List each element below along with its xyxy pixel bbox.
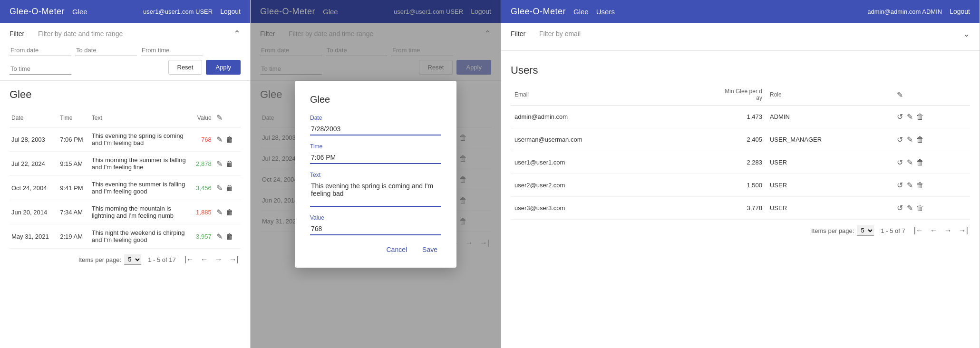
delete-row-icon[interactable]: 🗑	[225, 159, 234, 169]
reset-user-icon[interactable]: ↺	[896, 180, 904, 191]
modal-value-input[interactable]	[310, 223, 441, 235]
edit-user-icon[interactable]: ✎	[906, 157, 914, 168]
page-first-1[interactable]: |←	[183, 254, 196, 265]
filter-toggle-1[interactable]: ⌃	[233, 29, 241, 39]
from-time-input-1[interactable]	[141, 45, 203, 56]
cell-text: This evening the summer is falling and I…	[90, 176, 191, 200]
user-min-glee: 3,778	[670, 197, 766, 220]
table-row: Jul 28, 2003 7:06 PM This evening the sp…	[10, 127, 241, 152]
modal-text-field: Text This evening the spring is coming a…	[310, 172, 441, 207]
reset-user-icon[interactable]: ↺	[896, 157, 904, 168]
delete-user-icon[interactable]: 🗑	[915, 135, 925, 145]
edit-row-icon[interactable]: ✎	[215, 207, 223, 218]
from-date-input-1[interactable]	[10, 45, 71, 56]
edit-user-icon[interactable]: ✎	[906, 134, 914, 145]
users-title: Users	[511, 64, 970, 77]
edit-row-icon[interactable]: ✎	[215, 231, 223, 242]
user-row: user2@user2.com 1,500 USER ↺ ✎ 🗑	[511, 174, 970, 197]
delete-user-icon[interactable]: 🗑	[915, 180, 925, 191]
items-per-page-select-1[interactable]: 5	[124, 254, 141, 265]
page-last-3[interactable]: →|	[957, 225, 970, 236]
page-first-3[interactable]: |←	[912, 225, 925, 236]
delete-user-icon[interactable]: 🗑	[915, 112, 925, 122]
user-email: user1@user1.com	[511, 151, 670, 174]
filter-label-1: Filter	[10, 30, 38, 38]
to-time-input-1[interactable]	[10, 63, 71, 75]
delete-row-icon[interactable]: 🗑	[225, 135, 234, 145]
modal-overlay: Glee Date Time Text This evening the spr…	[251, 0, 501, 348]
modal-time-field: Time	[310, 143, 441, 164]
edit-user-icon[interactable]: ✎	[906, 180, 914, 191]
delete-row-icon[interactable]: 🗑	[225, 183, 234, 193]
user-role: ADMIN	[766, 106, 892, 128]
modal-time-input[interactable]	[310, 152, 441, 164]
user-email: user3@user3.com	[511, 197, 670, 220]
page-prev-1[interactable]: ←	[199, 254, 210, 265]
user-role: USER	[766, 151, 892, 174]
cell-date: Jun 20, 2014	[10, 200, 58, 224]
filter-section-3: Filter Filter by email ⌄	[501, 23, 980, 51]
cell-actions: ✎ 🗑	[213, 224, 241, 249]
user-info-1: user1@user1.com USER	[143, 8, 213, 15]
delete-user-icon[interactable]: 🗑	[915, 203, 925, 213]
user-row: admin@admin.com 1,473 ADMIN ↺ ✎ 🗑	[511, 106, 970, 128]
modal-date-input[interactable]	[310, 123, 441, 135]
delete-row-icon[interactable]: 🗑	[225, 207, 234, 218]
filter-description-1: Filter by date and time range	[38, 30, 233, 38]
panel-users-admin: Glee-O-Meter Glee Users admin@admin.com …	[501, 0, 980, 348]
page-link-3: Glee	[573, 8, 589, 16]
app-title-1: Glee-O-Meter	[10, 7, 65, 17]
logout-button-3[interactable]: Logout	[950, 8, 970, 15]
delete-user-icon[interactable]: 🗑	[915, 157, 925, 168]
edit-modal: Glee Date Time Text This evening the spr…	[295, 81, 456, 268]
col-value-1: Value	[191, 108, 213, 127]
items-per-page-select-3[interactable]: 5	[857, 225, 874, 236]
modal-date-label: Date	[310, 115, 441, 121]
cell-actions: ✎ 🗑	[213, 200, 241, 224]
panel-glee-user: Glee-O-Meter Glee user1@user1.com USER L…	[0, 0, 251, 348]
pagination-1: Items per page: 5 1 - 5 of 17 |← ← → →|	[10, 249, 241, 267]
delete-row-icon[interactable]: 🗑	[225, 232, 234, 242]
table-row: Jun 20, 2014 7:34 AM This morning the mo…	[10, 200, 241, 224]
modal-text-input[interactable]: This evening the spring is coming and I'…	[310, 180, 441, 207]
edit-row-icon[interactable]: ✎	[215, 134, 223, 145]
filter-toggle-3[interactable]: ⌄	[963, 29, 970, 39]
logout-button-1[interactable]: Logout	[220, 8, 241, 15]
to-time-group-1	[10, 63, 71, 75]
edit-row-icon[interactable]: ✎	[215, 183, 223, 193]
edit-user-icon[interactable]: ✎	[906, 111, 914, 122]
modal-cancel-button[interactable]: Cancel	[382, 243, 411, 256]
table-row: May 31, 2021 2:19 AM This night the week…	[10, 224, 241, 249]
to-date-input-1[interactable]	[75, 45, 137, 56]
reset-user-icon[interactable]: ↺	[896, 203, 904, 213]
reset-user-icon[interactable]: ↺	[896, 111, 904, 122]
edit-row-icon[interactable]: ✎	[215, 158, 223, 169]
edit-header-icon-1[interactable]: ✎	[215, 112, 223, 123]
user-min-glee: 1,500	[670, 174, 766, 197]
col-edit-header-1: ✎	[213, 108, 241, 127]
page-last-1[interactable]: →|	[227, 254, 241, 265]
cell-time: 9:15 AM	[58, 152, 89, 176]
cell-date: Jul 28, 2003	[10, 127, 58, 152]
cell-time: 7:34 AM	[58, 200, 89, 224]
reset-user-icon[interactable]: ↺	[896, 134, 904, 145]
apply-button-1[interactable]: Apply	[206, 60, 241, 75]
modal-value-field: Value	[310, 214, 441, 235]
filter-label-3: Filter	[511, 30, 539, 38]
page-next-3[interactable]: →	[942, 225, 954, 236]
user-actions: ↺ ✎ 🗑	[892, 106, 970, 128]
reset-button-1[interactable]: Reset	[168, 60, 203, 75]
cell-value: 1,885	[191, 200, 213, 224]
cell-text: This evening the spring is coming and I'…	[90, 127, 191, 152]
user-min-glee: 2,405	[670, 128, 766, 151]
edit-all-icon[interactable]: ✎	[896, 89, 904, 100]
user-actions: ↺ ✎ 🗑	[892, 151, 970, 174]
edit-user-icon[interactable]: ✎	[906, 203, 914, 213]
user-row: user3@user3.com 3,778 USER ↺ ✎ 🗑	[511, 197, 970, 220]
user-role: USER_MANAGER	[766, 128, 892, 151]
modal-save-button[interactable]: Save	[418, 243, 441, 256]
cell-time: 2:19 AM	[58, 224, 89, 249]
page-next-1[interactable]: →	[213, 254, 224, 265]
page-prev-3[interactable]: ←	[928, 225, 940, 236]
user-email: admin@admin.com	[511, 106, 670, 128]
